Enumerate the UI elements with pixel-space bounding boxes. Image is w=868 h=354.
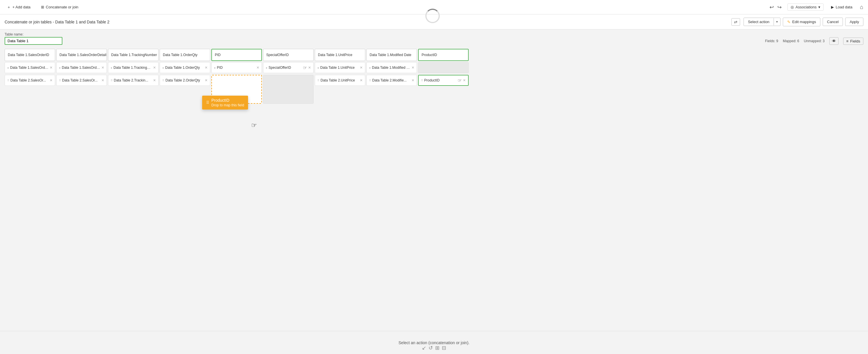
close-chip-icon[interactable]: ✕: [101, 66, 104, 70]
close-chip-icon[interactable]: ✕: [153, 78, 156, 82]
field-chip-row2-col7[interactable]: ⠿ Data Table 2.UnitPrice ✕: [315, 75, 365, 86]
column-header-col4: Data Table 1.OrderQty: [160, 49, 210, 61]
bottom-bar: Select an action (concatenation or join)…: [0, 331, 868, 354]
chip-text: Data Table 2.UnitPrice: [320, 78, 359, 82]
chip-drag-icon: ●: [266, 66, 268, 69]
eye-button[interactable]: 👁: [829, 37, 839, 45]
chip-drag-icon: ●: [317, 66, 319, 69]
bottom-icon-3[interactable]: ⊞: [435, 345, 439, 351]
column-header-col1: Data Table 1.SalesOrderID: [5, 49, 55, 61]
chip-text: Data Table 1.SalesOrder...: [62, 66, 100, 70]
drag-cursor: ☞: [251, 122, 257, 129]
field-chip-row1-col2[interactable]: ● Data Table 1.SalesOrder... ✕: [56, 62, 107, 73]
page-title: Concatenate or join tables - Data Table …: [5, 20, 728, 24]
fields-summary: Fields: 9 Mapped: 6 Unmapped: 3 👁 ≡ Fiel…: [765, 37, 863, 45]
columns-container: Data Table 1.SalesOrderID● Data Table 1.…: [5, 49, 863, 104]
undo-button[interactable]: ↩: [768, 3, 775, 11]
fields-unmapped: Unmapped: 3: [804, 39, 825, 43]
chip-drag-icon: ⠿: [369, 79, 371, 82]
empty-row1-col9: [418, 62, 469, 73]
field-chip-row1-col6[interactable]: ● SpecialOfferID ☞ ✕: [263, 62, 314, 73]
chip-drag-icon: ●: [162, 66, 164, 69]
chip-drag-icon: ⠿: [317, 79, 319, 82]
close-chip-icon[interactable]: ✕: [256, 66, 259, 70]
loading-spinner: [425, 9, 440, 23]
load-data-button[interactable]: ▶ Load data: [828, 4, 855, 10]
header-actions: Select action ▾ ✎ Edit mappings Cancel A…: [744, 18, 863, 26]
close-chip-icon[interactable]: ✕: [50, 78, 53, 82]
chip-text: Data Table 1.OrderQty: [165, 66, 204, 70]
close-chip-icon[interactable]: ✕: [50, 66, 53, 70]
column-header-col6: SpecialOfferID: [263, 49, 314, 61]
fields-list-icon: ≡: [846, 39, 849, 43]
select-action-chevron-button[interactable]: ▾: [774, 18, 780, 25]
bottom-icon-4[interactable]: ⊟: [442, 345, 446, 351]
field-chip-row1-col1[interactable]: ● Data Table 1.SalesOrderID ✕: [5, 62, 55, 73]
table-name-wrapper: Table name:: [5, 32, 62, 45]
column-header-col8: Data Table 1.Modified Date: [366, 49, 417, 61]
drag-chip-icon: ⠿: [206, 100, 209, 105]
column-col8: Data Table 1.Modified Date● Data Table 1…: [366, 49, 417, 104]
close-chip-icon[interactable]: ✕: [463, 78, 466, 82]
associations-chevron-icon: ▾: [818, 5, 820, 9]
field-chip-row2-col1[interactable]: ⠿ Data Table 2.SalesOr... ✕: [5, 75, 55, 86]
field-chip-row2-col3[interactable]: ⠿ Data Table 2.Trackin... ✕: [108, 75, 158, 86]
home-button[interactable]: ⌂: [860, 4, 863, 10]
chip-text: Data Table 1.TrackingNu...: [114, 66, 152, 70]
concat-join-button[interactable]: ⊞ Concatenate or join: [39, 4, 81, 10]
field-chip-row1-col7[interactable]: ● Data Table 1.UnitPrice ✕: [315, 62, 365, 73]
chip-text: Data Table 1.UnitPrice: [320, 66, 359, 70]
bottom-icon-2[interactable]: ↺: [429, 345, 433, 351]
associations-button[interactable]: ◎ Associations ▾: [787, 3, 824, 11]
close-chip-icon[interactable]: ✕: [101, 78, 104, 82]
concat-join-label: Concatenate or join: [46, 5, 79, 9]
empty-row2-col6: [263, 75, 314, 104]
associations-icon: ◎: [790, 5, 794, 9]
close-chip-icon[interactable]: ✕: [360, 78, 363, 82]
apply-button[interactable]: Apply: [845, 18, 863, 26]
close-chip-icon[interactable]: ✕: [308, 66, 311, 70]
column-col3: Data Table 1.TrackingNumber● Data Table …: [108, 49, 158, 104]
add-data-button[interactable]: ＋ + Add data: [5, 3, 33, 11]
table-name-input[interactable]: [5, 37, 62, 45]
edit-mappings-button[interactable]: ✎ Edit mappings: [783, 18, 820, 26]
associations-label: Associations: [796, 5, 816, 9]
field-chip-row1-col5[interactable]: ● PID ✕: [211, 62, 262, 73]
spinner-overlay: [425, 9, 443, 26]
close-chip-icon[interactable]: ✕: [411, 78, 414, 82]
chip-drag-icon: ●: [7, 66, 9, 69]
close-chip-icon[interactable]: ✕: [411, 66, 414, 70]
field-chip-row1-col8[interactable]: ● Data Table 1.Modified Date ✕: [366, 62, 417, 73]
close-chip-icon[interactable]: ✕: [205, 66, 208, 70]
load-data-label: Load data: [836, 5, 852, 9]
chip-text: PID: [217, 66, 255, 70]
drag-chip-sublabel: Drop to map this field: [211, 103, 244, 107]
hand-icon: ☞: [303, 65, 307, 70]
close-chip-icon[interactable]: ✕: [205, 78, 208, 82]
edit-mappings-label: Edit mappings: [792, 20, 816, 24]
select-action-button[interactable]: Select action: [744, 18, 773, 26]
fields-button[interactable]: ≡ Fields: [843, 37, 863, 45]
drag-chip-label: ProductID: [211, 98, 244, 102]
concat-icon: ⊞: [41, 5, 44, 9]
chip-text: Data Table 1.Modified Date: [372, 66, 410, 70]
cancel-button[interactable]: Cancel: [823, 18, 843, 26]
close-chip-icon[interactable]: ✕: [360, 66, 363, 70]
field-chip-row2-col4[interactable]: ⠿ Data Table 2.OrderQty ✕: [160, 75, 210, 86]
bottom-icons: ↙ ↺ ⊞ ⊟: [422, 345, 446, 351]
chip-text: Data Table 2.Trackin...: [114, 78, 152, 82]
swap-button[interactable]: ⇄: [732, 18, 740, 26]
field-chip-row1-col4[interactable]: ● Data Table 1.OrderQty ✕: [160, 62, 210, 73]
chip-drag-icon: ⠿: [162, 79, 164, 82]
field-chip-row1-col3[interactable]: ● Data Table 1.TrackingNu... ✕: [108, 62, 158, 73]
chip-drag-icon: ⠿: [59, 79, 61, 82]
redo-button[interactable]: ↪: [776, 3, 783, 11]
bottom-icon-1[interactable]: ↙: [422, 345, 426, 351]
close-chip-icon[interactable]: ✕: [153, 66, 156, 70]
field-chip-row2-col8[interactable]: ⠿ Data Table 2.Modifie... ✕: [366, 75, 417, 86]
toolbar-left: ＋ + Add data ⊞ Concatenate or join: [5, 3, 763, 11]
field-chip-row2-col9[interactable]: ⠿ ProductID ☞ ✕: [418, 75, 469, 86]
field-chip-row2-col2[interactable]: ⠿ Data Table 2.SalesOr... ✕: [56, 75, 107, 86]
chip-drag-icon: ●: [214, 66, 216, 69]
toolbar-right: ↩ ↪ ◎ Associations ▾ ▶ Load data ⌂: [768, 3, 863, 11]
